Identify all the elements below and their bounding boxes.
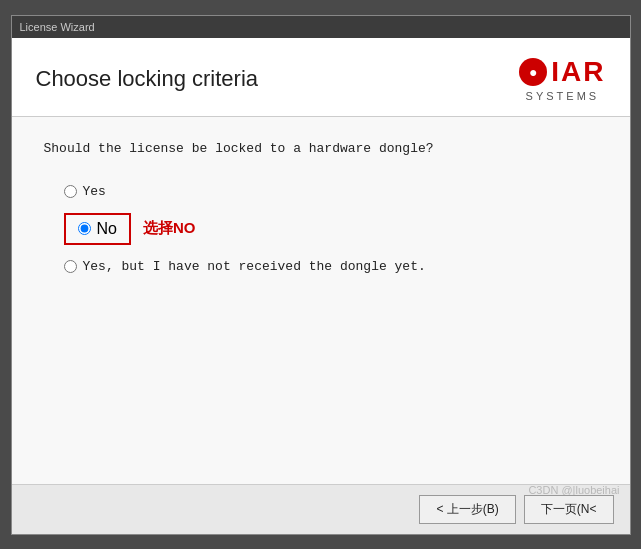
radio-group: Yes No 选择NO Yes, but I have not received… <box>64 184 598 274</box>
select-no-annotation: 选择NO <box>143 219 196 238</box>
radio-yes-not-received-label[interactable]: Yes, but I have not received the dongle … <box>83 259 426 274</box>
radio-item-yes-not-received: Yes, but I have not received the dongle … <box>64 259 598 274</box>
next-button[interactable]: 下一页(N< <box>524 495 614 524</box>
radio-yes-not-received[interactable] <box>64 260 77 273</box>
no-highlight-box: No <box>64 213 131 245</box>
radio-yes[interactable] <box>64 185 77 198</box>
no-radio-wrapper: No 选择NO <box>64 213 598 245</box>
license-wizard-window: License Wizard Choose locking criteria ●… <box>11 15 631 535</box>
header-section: Choose locking criteria ● IAR SYSTEMS <box>12 38 630 117</box>
back-button[interactable]: < 上一步(B) <box>419 495 515 524</box>
radio-item-yes: Yes <box>64 184 598 199</box>
logo-systems-text: SYSTEMS <box>526 90 600 102</box>
logo: ● IAR SYSTEMS <box>519 56 605 102</box>
radio-yes-label[interactable]: Yes <box>83 184 106 199</box>
radio-no[interactable] <box>78 222 91 235</box>
logo-icon: ● <box>519 58 547 86</box>
question-text: Should the license be locked to a hardwa… <box>44 141 598 156</box>
logo-iar: ● IAR <box>519 56 605 88</box>
content-section: Should the license be locked to a hardwa… <box>12 117 630 484</box>
watermark: C3DN @|luobeihai <box>528 484 619 496</box>
title-bar-label: License Wizard <box>20 21 95 33</box>
radio-no-label[interactable]: No <box>97 220 117 238</box>
logo-brand-text: IAR <box>551 56 605 88</box>
page-title: Choose locking criteria <box>36 66 259 92</box>
title-bar: License Wizard <box>12 16 630 38</box>
